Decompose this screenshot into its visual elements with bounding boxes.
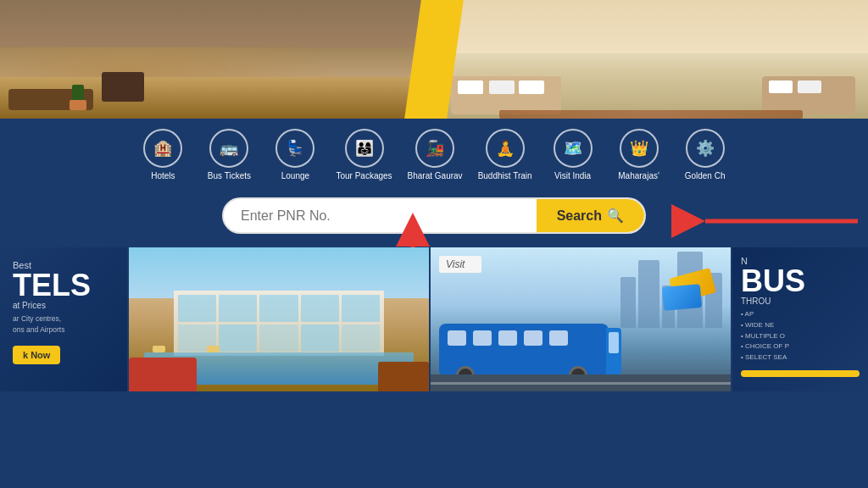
banner-bus-blue: N BUS THROU • AP• WIDE NE• MULTIPLE O• C… xyxy=(732,247,868,391)
visit-india-icon: 🗺️ xyxy=(554,129,593,168)
nav-label-tour-packages: Tour Packages xyxy=(336,171,392,180)
nav-label-lounge: Lounge xyxy=(281,171,309,180)
hotels-icon: 🏨 xyxy=(143,129,182,168)
maharajas-icon: 👑 xyxy=(620,129,659,168)
banner-hotel-image xyxy=(129,247,429,391)
book-now-button[interactable]: k Now xyxy=(13,346,60,364)
banner-bus-through: THROU xyxy=(741,297,860,306)
ticket-2 xyxy=(662,284,702,311)
nav-label-bharat-gaurav: Bharat Gaurav xyxy=(408,171,463,180)
banner-hotels-desc: ar City centres,ons and Airports xyxy=(13,313,114,336)
nav-item-hotels[interactable]: 🏨 Hotels xyxy=(137,129,188,180)
banner-hotels-blue: Best TELS at Prices ar City centres,ons … xyxy=(0,247,127,391)
bharat-gaurav-icon: 🚂 xyxy=(415,129,454,168)
nav-item-bus-tickets[interactable]: 🚌 Bus Tickets xyxy=(203,129,254,180)
nav-bar: 🏨 Hotels 🚌 Bus Tickets 💺 Lounge 👨‍👩‍👧 To… xyxy=(0,119,868,187)
buddhist-train-icon: 🧘 xyxy=(486,129,525,168)
visit-label: Visit xyxy=(439,256,481,273)
bus-book-button[interactable] xyxy=(741,370,860,377)
nav-label-hotels: Hotels xyxy=(151,171,175,180)
nav-label-bus-tickets: Bus Tickets xyxy=(208,171,251,180)
bus-vehicle xyxy=(439,324,609,374)
bus-tickets-icon: 🚌 xyxy=(209,129,248,168)
golden-ch-icon: ⚙️ xyxy=(686,129,725,168)
nav-item-buddhist-train[interactable]: 🧘 Buddhist Train xyxy=(478,129,532,180)
hero-image-right xyxy=(434,0,868,119)
nav-item-maharajas[interactable]: 👑 Maharajas' xyxy=(614,129,665,180)
search-section: Search 🔍 xyxy=(0,187,868,247)
hero-image-left xyxy=(0,0,434,119)
bottom-banners: Best TELS at Prices ar City centres,ons … xyxy=(0,247,868,391)
lounge-icon: 💺 xyxy=(275,129,314,168)
search-magnifier-icon: 🔍 xyxy=(607,208,624,224)
banner-hotels-title: TELS xyxy=(13,270,114,301)
nav-item-tour-packages[interactable]: 👨‍👩‍👧 Tour Packages xyxy=(336,129,392,180)
arrow-right-to-button xyxy=(688,204,858,238)
search-button-label: Search xyxy=(557,208,602,224)
nav-item-bharat-gaurav[interactable]: 🚂 Bharat Gaurav xyxy=(408,129,463,180)
banner-bus-desc: • AP• WIDE NE• MULTIPLE O• CHOICE OF P• … xyxy=(741,309,860,363)
nav-item-visit-india[interactable]: 🗺️ Visit India xyxy=(548,129,598,180)
nav-label-visit-india: Visit India xyxy=(554,171,591,180)
nav-item-lounge[interactable]: 💺 Lounge xyxy=(270,129,320,180)
banner-bus-image: Visit xyxy=(431,247,731,391)
nav-label-buddhist-train: Buddhist Train xyxy=(478,171,532,180)
nav-label-golden-ch: Golden Ch xyxy=(685,171,726,180)
banner-bus-title: BUS xyxy=(741,266,860,297)
search-button[interactable]: Search 🔍 xyxy=(537,199,644,232)
nav-label-maharajas: Maharajas' xyxy=(618,171,659,180)
banner-hotels-price: at Prices xyxy=(13,301,114,310)
nav-item-golden-ch[interactable]: ⚙️ Golden Ch xyxy=(680,129,731,180)
tour-packages-icon: 👨‍👩‍👧 xyxy=(345,129,384,168)
hero-section xyxy=(0,0,868,119)
